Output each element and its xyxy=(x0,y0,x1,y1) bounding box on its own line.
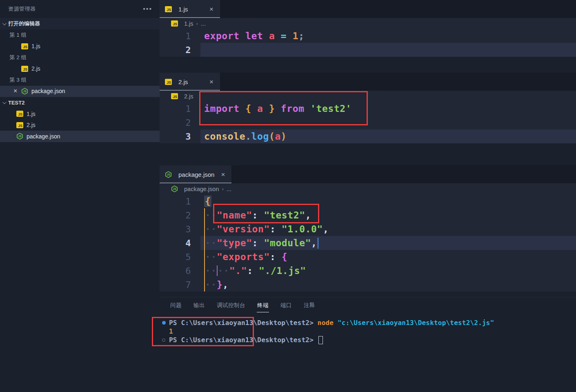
js-file-icon: JS xyxy=(21,66,28,72)
file-label: package.json xyxy=(27,133,60,140)
file-label: 1.js xyxy=(27,111,36,117)
editor-pane-packagejson: JSpackage.json×JSpackage.json›...1{2··"n… xyxy=(160,165,576,297)
editor-pane-1js: JS1.js×JS1.js›...1export let a = 1;2 xyxy=(160,0,576,73)
command-pending-icon xyxy=(162,339,165,342)
file-label: 2.js xyxy=(31,65,40,72)
js-file-icon: JS xyxy=(21,43,28,49)
svg-text:JS: JS xyxy=(173,187,176,190)
svg-text:JS: JS xyxy=(23,90,27,93)
breadcrumb-file: 1.js xyxy=(184,20,193,27)
section-header-open-editors[interactable]: 打开的编辑器 xyxy=(0,18,160,29)
breadcrumb-separator: › xyxy=(222,186,223,192)
code-line: 6····".": "./1.js" xyxy=(160,264,576,278)
close-file-icon[interactable]: × xyxy=(12,88,21,94)
terminal-line: 1 xyxy=(162,327,576,336)
line-number: 3 xyxy=(160,224,191,234)
line-number: 1 xyxy=(160,31,191,41)
js-file-icon: JS xyxy=(171,93,178,99)
command-success-icon xyxy=(162,321,166,325)
code-line: 2 xyxy=(160,116,576,129)
file-item-package-json[interactable]: JSpackage.json xyxy=(0,131,160,142)
code-2js[interactable]: 1import { a } from 'test2'23console.log(… xyxy=(160,102,576,143)
tab-2js[interactable]: JS2.js× xyxy=(160,73,220,91)
js-file-icon: JS xyxy=(165,6,172,12)
code-line: 3console.log(a) xyxy=(160,129,576,143)
line-number: 4 xyxy=(160,238,191,248)
breadcrumb-1js[interactable]: JS1.js›... xyxy=(160,18,576,29)
file-item-2-js[interactable]: JS2.js xyxy=(0,120,160,131)
file-label: 1.js xyxy=(31,43,40,49)
terminal-line: PS C:\Users\xiaoyan13\Desktop\test2> xyxy=(162,336,576,344)
chevron-down-icon xyxy=(2,100,7,104)
tab-1js[interactable]: JS1.js× xyxy=(160,0,220,18)
code-line: 2··"name": "test2", xyxy=(160,208,576,222)
line-number: 2 xyxy=(160,210,191,220)
nodejs-file-icon: JS xyxy=(165,171,172,178)
code-packagejson[interactable]: 1{2··"name": "test2",3··"version": "1.0.… xyxy=(160,194,576,292)
line-number: 1 xyxy=(160,104,191,114)
command-decoration xyxy=(162,321,169,325)
breadcrumb-more: ... xyxy=(227,186,231,192)
breadcrumb-packagejson[interactable]: JSpackage.json›... xyxy=(160,183,576,194)
tab-close-icon[interactable]: × xyxy=(220,172,226,178)
breadcrumb-file: 2.js xyxy=(184,93,193,100)
code-line: 7··}, xyxy=(160,278,576,292)
code-line: 1import { a } from 'test2' xyxy=(160,102,576,116)
panel-tab-端口[interactable]: 端口 xyxy=(280,298,292,312)
command-decoration xyxy=(162,339,169,342)
editor-group-label: 第 2 组 xyxy=(0,52,160,63)
line-number: 5 xyxy=(160,252,191,262)
tab-close-icon[interactable]: × xyxy=(209,6,214,12)
breadcrumb-separator: › xyxy=(196,20,198,27)
vscode-window: 资源管理器 ••• 打开的编辑器第 1 组JS1.js第 2 组JS2.js第 … xyxy=(0,0,576,392)
line-number: 3 xyxy=(160,131,191,142)
tab-label: 1.js xyxy=(178,6,188,13)
tab-label: package.json xyxy=(178,171,214,178)
panel-tab-终端[interactable]: 终端 xyxy=(257,298,269,312)
file-item-1-js[interactable]: JS1.js xyxy=(0,108,160,120)
code-line: 5··"exports": { xyxy=(160,250,576,264)
file-item-1-js[interactable]: JS1.js xyxy=(0,41,160,52)
file-label: package.json xyxy=(31,88,65,94)
tab-label: 2.js xyxy=(178,78,188,85)
panel-tabbar: 问题输出调试控制台终端端口注释 xyxy=(160,297,576,313)
tab-packagejson[interactable]: JSpackage.json× xyxy=(160,165,231,183)
text-cursor xyxy=(318,238,319,249)
panel-tab-注释[interactable]: 注释 xyxy=(303,298,316,312)
editor-pane-2js: JS2.js×JS2.js1import { a } from 'test2'2… xyxy=(160,73,576,165)
sidebar-title: 资源管理器 xyxy=(8,5,36,13)
more-actions-icon[interactable]: ••• xyxy=(143,7,152,11)
nodejs-file-icon: JS xyxy=(171,185,178,192)
line-number: 2 xyxy=(160,118,191,128)
panel-tab-问题[interactable]: 问题 xyxy=(170,298,182,312)
code-1js[interactable]: 1export let a = 1;2 xyxy=(160,29,576,57)
svg-text:JS: JS xyxy=(18,135,22,138)
breadcrumb-more: ... xyxy=(201,20,206,27)
line-number: 1 xyxy=(160,196,191,207)
nodejs-file-icon: JS xyxy=(21,88,28,95)
editor-area: JS1.js×JS1.js›...1export let a = 1;2JS2.… xyxy=(160,0,576,392)
code-line: 3··"version": "1.0.0", xyxy=(160,222,576,236)
js-file-icon: JS xyxy=(165,79,172,85)
js-file-icon: JS xyxy=(16,111,23,117)
explorer-sidebar: 资源管理器 ••• 打开的编辑器第 1 组JS1.js第 2 组JS2.js第 … xyxy=(0,0,160,392)
panel-tab-输出[interactable]: 输出 xyxy=(193,298,205,312)
line-number: 2 xyxy=(160,45,191,55)
tab-close-icon[interactable]: × xyxy=(209,79,214,85)
section-label: 打开的编辑器 xyxy=(8,20,40,27)
breadcrumb-2js[interactable]: JS2.js xyxy=(160,91,576,102)
editor-group-label: 第 1 组 xyxy=(0,29,160,41)
svg-text:JS: JS xyxy=(167,173,170,176)
line-number: 6 xyxy=(160,266,191,276)
file-item-package-json[interactable]: ×JSpackage.json xyxy=(0,86,160,97)
code-line: 2 xyxy=(160,43,576,57)
code-line: 1{ xyxy=(160,194,576,208)
panel-tab-调试控制台[interactable]: 调试控制台 xyxy=(216,298,246,312)
code-line: 4··"type": "module", xyxy=(160,236,576,250)
terminal-output[interactable]: PS C:\Users\xiaoyan13\Desktop\test2> nod… xyxy=(160,313,576,344)
section-header-test2[interactable]: TEST2 xyxy=(0,97,160,108)
terminal-cursor xyxy=(318,336,323,344)
file-item-2-js[interactable]: JS2.js xyxy=(0,63,160,75)
tabbar-packagejson: JSpackage.json× xyxy=(160,165,576,183)
bottom-panel: 问题输出调试控制台终端端口注释 PS C:\Users\xiaoyan13\De… xyxy=(160,297,576,392)
